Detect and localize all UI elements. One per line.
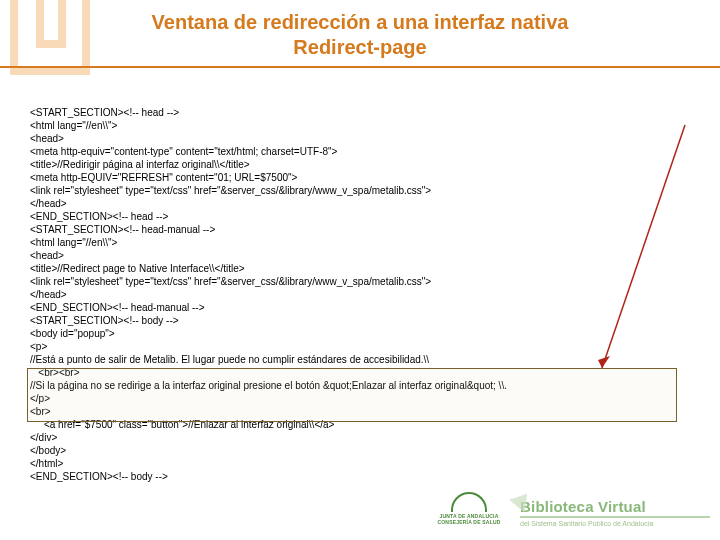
code-line: <p> — [30, 341, 47, 352]
code-line: </div> — [30, 432, 57, 443]
code-line: <br><br> — [30, 367, 80, 378]
code-line: <head> — [30, 250, 64, 261]
page-title: Ventana de redirección a una interfaz na… — [0, 10, 720, 60]
code-line: <START_SECTION><!-- body --> — [30, 315, 179, 326]
title-line-2: Redirect-page — [293, 36, 426, 58]
code-line: <link rel="stylesheet" type="text/css" h… — [30, 276, 431, 287]
code-line: <title>//Redirigir página al interfaz or… — [30, 159, 250, 170]
code-line: //Si la página no se redirige a la inter… — [30, 380, 507, 391]
code-line: </head> — [30, 289, 67, 300]
code-line: <meta http-equiv="content-type" content=… — [30, 146, 337, 157]
code-line: </body> — [30, 445, 66, 456]
junta-andalucia-logo: JUNTA DE ANDALUCIA CONSEJERÍA DE SALUD — [430, 492, 508, 534]
code-line: <END_SECTION><!-- head-manual --> — [30, 302, 205, 313]
code-line: <END_SECTION><!-- head --> — [30, 211, 168, 222]
junta-text: JUNTA DE ANDALUCIA CONSEJERÍA DE SALUD — [430, 514, 508, 525]
code-line: <html lang="//en\\"> — [30, 237, 117, 248]
code-line: <title>//Redirect page to Native Interfa… — [30, 263, 245, 274]
title-line-1: Ventana de redirección a una interfaz na… — [152, 11, 569, 33]
junta-arch-icon — [451, 492, 487, 512]
code-line: //Está a punto de salir de Metalib. El l… — [30, 354, 429, 365]
code-line: <head> — [30, 133, 64, 144]
code-line: <meta http-EQUIV="REFRESH" content="01; … — [30, 172, 297, 183]
code-line: </p> — [30, 393, 50, 404]
bv-subtitle: del Sistema Sanitario Público de Andaluc… — [520, 520, 710, 528]
code-line: <START_SECTION><!-- head --> — [30, 107, 179, 118]
footer: JUNTA DE ANDALUCIA CONSEJERÍA DE SALUD B… — [430, 492, 710, 534]
junta-line2: CONSEJERÍA DE SALUD — [437, 519, 500, 525]
bv-divider — [520, 516, 710, 518]
code-line: </head> — [30, 198, 67, 209]
code-line: <START_SECTION><!-- head-manual --> — [30, 224, 215, 235]
code-line: <link rel="stylesheet" type="text/css" h… — [30, 185, 431, 196]
biblioteca-virtual-logo: Biblioteca Virtual del Sistema Sanitario… — [520, 498, 710, 528]
slide-header: Ventana de redirección a una interfaz na… — [0, 0, 720, 68]
code-line: <br> — [30, 406, 51, 417]
code-line: <body id="popup"> — [30, 328, 115, 339]
code-line: </html> — [30, 458, 63, 469]
code-line: <html lang="//en\\"> — [30, 120, 117, 131]
code-listing: <START_SECTION><!-- head --> <html lang=… — [0, 68, 720, 483]
code-line: <a href="$7500" class="button">//Enlazar… — [30, 419, 334, 430]
code-line: <END_SECTION><!-- body --> — [30, 471, 168, 482]
bv-title: Biblioteca Virtual — [520, 498, 710, 515]
